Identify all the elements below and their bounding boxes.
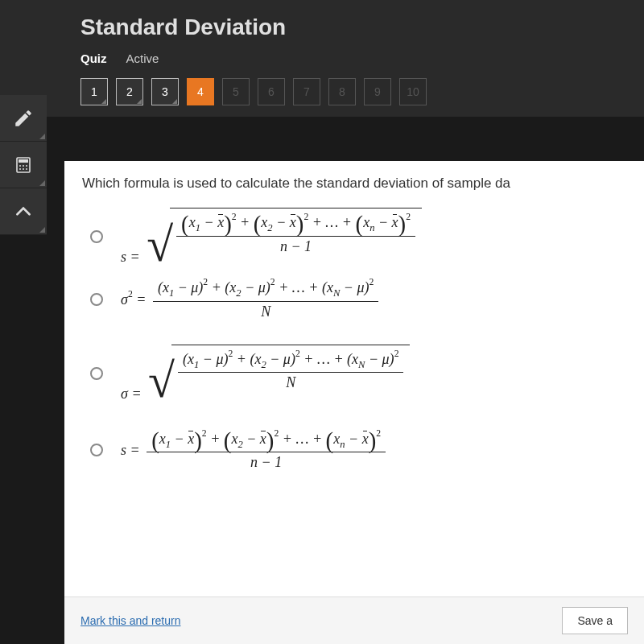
svg-point-3 — [23, 165, 24, 167]
formula-b: σ2 = (x1 − μ)2 + (x2 − μ)2 + … + (xN − μ… — [121, 277, 378, 322]
pencil-tool-button[interactable] — [0, 95, 47, 142]
qnum-6: 6 — [258, 78, 285, 105]
question-number-bar: 1 2 3 4 5 6 7 8 9 10 — [80, 78, 628, 117]
qnum-10: 10 — [399, 78, 427, 105]
svg-point-2 — [19, 165, 21, 167]
question-text: Which formula is used to calculate the s… — [82, 175, 626, 192]
svg-point-4 — [26, 165, 27, 167]
calculator-tool-button[interactable] — [0, 142, 47, 188]
qnum-5: 5 — [222, 78, 250, 105]
qnum-7: 7 — [293, 78, 320, 105]
svg-point-6 — [23, 168, 24, 170]
radio-a[interactable] — [90, 230, 103, 243]
save-button[interactable]: Save a — [562, 607, 628, 634]
svg-rect-1 — [19, 159, 28, 163]
qnum-8: 8 — [328, 78, 356, 105]
qnum-4[interactable]: 4 — [187, 78, 214, 105]
qnum-9: 9 — [364, 78, 391, 105]
answer-option-a[interactable]: s = √ (x1 − x)2 + (x2 − x)2 + … + (xn − … — [90, 208, 626, 266]
question-panel: Which formula is used to calculate the s… — [64, 161, 644, 644]
svg-point-7 — [26, 168, 27, 170]
answer-option-c[interactable]: σ = √ (x1 − μ)2 + (x2 − μ)2 + … + (xN − … — [90, 345, 626, 402]
qnum-1[interactable]: 1 — [80, 78, 108, 105]
collapse-tool-button[interactable] — [0, 188, 47, 235]
formula-d: s = (x1 − x)2 + (x2 − x)2 + … + (xn − x)… — [121, 428, 386, 473]
chevron-up-icon — [13, 201, 34, 222]
radio-d[interactable] — [90, 444, 103, 456]
page-title: Standard Deviation — [80, 14, 628, 40]
answer-option-d[interactable]: s = (x1 − x)2 + (x2 − x)2 + … + (xn − x)… — [90, 428, 626, 473]
radio-c[interactable] — [90, 367, 103, 380]
answer-option-b[interactable]: σ2 = (x1 − μ)2 + (x2 − μ)2 + … + (xN − μ… — [90, 277, 626, 322]
pencil-icon — [13, 108, 34, 129]
formula-c: σ = √ (x1 − μ)2 + (x2 − μ)2 + … + (xN − … — [121, 345, 410, 402]
qnum-3[interactable]: 3 — [151, 78, 179, 105]
radio-b[interactable] — [90, 293, 103, 306]
calculator-icon — [14, 155, 33, 175]
qnum-2[interactable]: 2 — [116, 78, 143, 105]
mark-return-link[interactable]: Mark this and return — [80, 614, 181, 627]
formula-a: s = √ (x1 − x)2 + (x2 − x)2 + … + (xn − … — [121, 208, 422, 266]
tab-quiz[interactable]: Quiz — [80, 48, 107, 68]
svg-point-5 — [19, 168, 21, 170]
tab-active[interactable]: Active — [126, 48, 159, 68]
